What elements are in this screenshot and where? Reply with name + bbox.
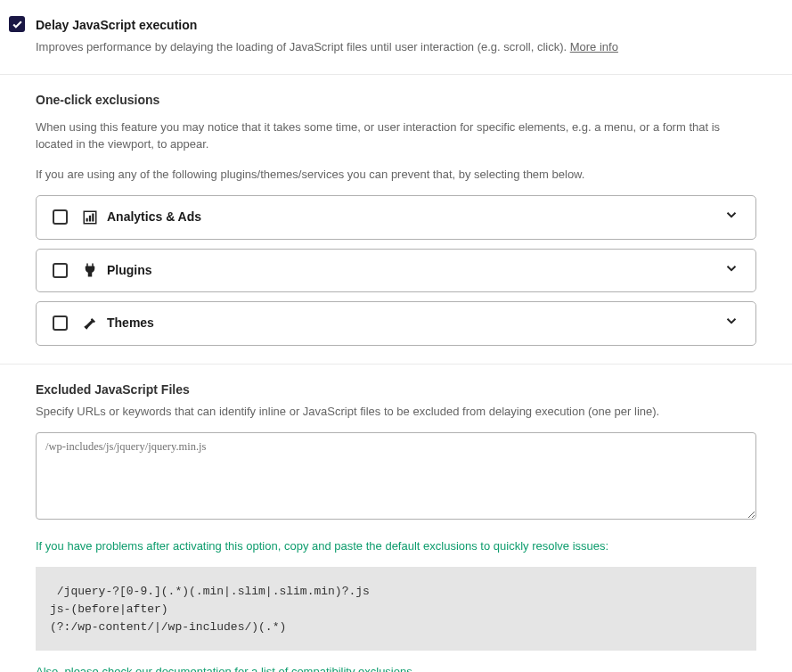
theme-icon — [82, 316, 98, 332]
doc-prefix: Also, please check our — [36, 665, 155, 672]
documentation-link[interactable]: documentation — [155, 665, 231, 672]
accordion-label: Analytics & Ads — [107, 208, 723, 226]
accordion-label: Plugins — [107, 261, 723, 280]
accordion-checkbox[interactable] — [53, 263, 68, 278]
exclusion-tip: If you have problems after activating th… — [36, 537, 756, 555]
checkmark-icon — [12, 19, 23, 30]
svg-rect-1 — [86, 218, 88, 222]
chevron-down-icon — [723, 313, 739, 334]
excluded-title: Excluded JavaScript Files — [36, 381, 756, 399]
delay-js-checkbox[interactable] — [9, 16, 25, 32]
svg-rect-3 — [92, 213, 94, 221]
svg-rect-2 — [89, 216, 91, 222]
delay-js-title: Delay JavaScript execution — [36, 16, 618, 35]
analytics-icon — [82, 209, 98, 225]
plugin-icon — [82, 262, 98, 278]
accordion-item-plugin[interactable]: Plugins — [36, 249, 756, 293]
accordion-checkbox[interactable] — [53, 209, 68, 225]
excluded-textarea[interactable] — [36, 432, 756, 520]
accordion-item-analytics[interactable]: Analytics & Ads — [36, 195, 756, 240]
one-click-exclusions-section: One-click exclusions When using this fea… — [0, 75, 792, 365]
excluded-js-section: Excluded JavaScript Files Specify URLs o… — [0, 365, 792, 673]
one-click-title: One-click exclusions — [36, 91, 756, 110]
chevron-down-icon — [723, 260, 739, 282]
delay-js-helper: Improves performance by delaying the loa… — [36, 38, 618, 56]
accordion-label: Themes — [107, 314, 723, 332]
default-exclusions-code: /jquery-?[0-9.](.*)(.min|.slim|.slim.min… — [36, 567, 756, 651]
accordion-checkbox[interactable] — [53, 316, 68, 331]
doc-suffix: for a list of compatibility exclusions. — [232, 665, 416, 672]
accordion-item-theme[interactable]: Themes — [36, 301, 756, 346]
one-click-desc1: When using this feature you may notice t… — [36, 119, 756, 153]
delay-js-section: Delay JavaScript execution Improves perf… — [0, 0, 792, 75]
one-click-desc2: If you are using any of the following pl… — [36, 166, 756, 184]
more-info-link[interactable]: More info — [570, 40, 618, 53]
chevron-down-icon — [723, 207, 739, 228]
delay-js-helper-text: Improves performance by delaying the loa… — [36, 40, 570, 53]
documentation-note: Also, please check our documentation for… — [36, 663, 756, 672]
excluded-desc: Specify URLs or keywords that can identi… — [36, 403, 756, 421]
